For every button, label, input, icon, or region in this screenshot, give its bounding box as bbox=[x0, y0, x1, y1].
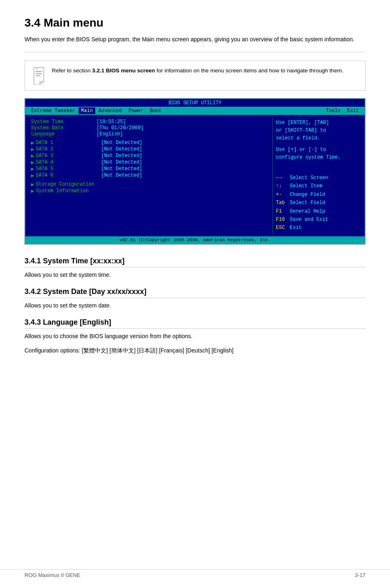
bios-key-updown: ↑↓ Select Item bbox=[276, 182, 359, 190]
bios-key-arrows: ←→ Select Screen bbox=[276, 174, 359, 182]
bios-sata1-value: [Not Detected] bbox=[101, 140, 142, 146]
note-bold: 3.2.1 BIOS menu screen bbox=[92, 67, 155, 74]
section-343-desc2: Configuration options: [繁體中文] [簡体中文] [日本… bbox=[25, 346, 365, 355]
bios-sata1-arrow: ▶ bbox=[31, 140, 34, 146]
bios-body: System Time [10:55:25] System Date [Thu … bbox=[25, 115, 365, 236]
bios-help-line1: Use [ENTER], [TAB] bbox=[276, 119, 359, 127]
bios-help-line3: select a field. bbox=[276, 135, 359, 142]
note-icon bbox=[31, 67, 46, 85]
divider bbox=[25, 52, 365, 52]
section-343-desc1: Allows you to choose the BIOS language v… bbox=[25, 332, 365, 341]
key-updown-desc: Select Item bbox=[290, 182, 322, 190]
bios-system-time-row: System Time [10:55:25] bbox=[31, 119, 269, 125]
section-341-desc: Allows you to set the system time. bbox=[25, 271, 365, 279]
footer-right: 3-17 bbox=[355, 572, 365, 578]
bios-header: BIOS SETUP UTILITY bbox=[25, 99, 365, 107]
bios-left-panel: System Time [10:55:25] System Date [Thu … bbox=[28, 117, 272, 234]
bios-menu-power[interactable]: Power bbox=[125, 108, 146, 114]
key-f10-desc: Save and Exit bbox=[290, 215, 328, 224]
bios-sata6-label: SATA 6 bbox=[36, 173, 101, 179]
bios-key-f1: F1 General Help bbox=[276, 207, 359, 215]
bios-system-time-value: [10:55:25] bbox=[96, 119, 126, 125]
bios-sysinfo-arrow: ▶ bbox=[31, 188, 34, 194]
bios-sata3-value: [Not Detected] bbox=[101, 153, 142, 159]
bios-key-f10: F10 Save and Exit bbox=[276, 215, 359, 224]
key-f1-name: F1 bbox=[276, 207, 288, 215]
bios-menu-tools[interactable]: Tools bbox=[323, 108, 344, 114]
bios-sysinfo-row[interactable]: ▶ System Information bbox=[31, 188, 269, 194]
bios-system-time-label: System Time bbox=[31, 119, 96, 125]
bios-menu-extreme-tweaker[interactable]: Extreme Tweaker bbox=[28, 108, 78, 114]
note-text: Refer to section 3.2.1 BIOS menu screen … bbox=[52, 67, 343, 75]
key-arrows-desc: Select Screen bbox=[290, 174, 328, 182]
bios-sata2-label: SATA 2 bbox=[36, 146, 101, 153]
section-343-heading: 3.4.3 Language [English] bbox=[25, 318, 365, 329]
section-342-desc: Allows you to set the system date. bbox=[25, 301, 365, 310]
bios-menu-boot[interactable]: Boot bbox=[146, 108, 165, 114]
page-title: 3.4 Main menu bbox=[25, 16, 365, 29]
bios-menu-advanced[interactable]: Advanced bbox=[95, 108, 126, 114]
bios-sata4-row: ▶ SATA 4 [Not Detected] bbox=[31, 159, 269, 166]
bios-help-line4: Use [+] or [-] to bbox=[276, 146, 359, 154]
note-box: Refer to section 3.2.1 BIOS menu screen … bbox=[25, 61, 365, 91]
key-tab-name: Tab bbox=[276, 199, 288, 207]
bios-language-label: Language bbox=[31, 131, 96, 137]
bios-sata5-value: [Not Detected] bbox=[101, 166, 142, 172]
bios-sata2-arrow: ▶ bbox=[31, 146, 34, 153]
key-f10-name: F10 bbox=[276, 215, 288, 224]
bios-sata3-arrow: ▶ bbox=[31, 153, 34, 159]
key-plusminus-desc: Change Field bbox=[290, 191, 325, 199]
bios-help-text: Use [ENTER], [TAB] or [SHIFT-TAB] to sel… bbox=[276, 119, 359, 162]
bios-storage-label: Storage Coniguration bbox=[36, 182, 101, 188]
bios-sata3-row: ▶ SATA 3 [Not Detected] bbox=[31, 153, 269, 159]
bios-sata1-row: ▶ SATA 1 [Not Detected] bbox=[31, 140, 269, 146]
bios-key-esc: ESC Exit bbox=[276, 224, 359, 232]
bios-sata6-arrow: ▶ bbox=[31, 173, 34, 179]
key-arrows-name: ←→ bbox=[276, 174, 288, 182]
key-updown-name: ↑↓ bbox=[276, 182, 288, 190]
bios-sata6-value: [Not Detected] bbox=[101, 173, 142, 179]
section-342-heading: 3.4.2 System Date [Day xx/xx/xxxx] bbox=[25, 287, 365, 298]
bios-sata5-row: ▶ SATA 5 [Not Detected] bbox=[31, 166, 269, 172]
bios-sata2-value: [Not Detected] bbox=[101, 146, 142, 153]
bios-keys-block: ←→ Select Screen ↑↓ Select Item +- Chang… bbox=[276, 174, 359, 232]
bios-sysinfo-label: System Information bbox=[36, 188, 101, 194]
bios-sata6-row: ▶ SATA 6 [Not Detected] bbox=[31, 173, 269, 179]
bios-help-line5: configure system Time. bbox=[276, 154, 359, 162]
key-esc-name: ESC bbox=[276, 224, 288, 232]
bios-sata3-label: SATA 3 bbox=[36, 153, 101, 159]
bios-sata2-row: ▶ SATA 2 [Not Detected] bbox=[31, 146, 269, 153]
bios-sata4-value: [Not Detected] bbox=[101, 159, 142, 166]
bios-storage-arrow: ▶ bbox=[31, 182, 34, 188]
page-footer: ROG Maximus II GENE 3-17 bbox=[0, 569, 390, 578]
bios-right-panel: Use [ENTER], [TAB] or [SHIFT-TAB] to sel… bbox=[272, 117, 362, 234]
bios-sata4-label: SATA 4 bbox=[36, 159, 101, 166]
bios-key-plusminus: +- Change Field bbox=[276, 191, 359, 199]
bios-system-date-label: System Date bbox=[31, 125, 96, 131]
bios-footer: v02.61 (C)Copyright 1985-2009, American … bbox=[25, 236, 365, 244]
bios-language-value: [English] bbox=[96, 131, 123, 137]
bios-menu-exit[interactable]: Exit bbox=[344, 108, 362, 114]
bios-storage-row[interactable]: ▶ Storage Coniguration bbox=[31, 182, 269, 188]
bios-menu-bar: Extreme Tweaker Main Advanced Power Boot… bbox=[25, 107, 365, 115]
bios-language-row: Language [English] bbox=[31, 131, 269, 137]
bios-system-date-row: System Date [Thu 01/20/2009] bbox=[31, 125, 269, 131]
key-plusminus-name: +- bbox=[276, 191, 288, 199]
key-f1-desc: General Help bbox=[290, 207, 325, 215]
section-341-heading: 3.4.1 System Time [xx:xx:xx] bbox=[25, 257, 365, 267]
key-tab-desc: Select Field bbox=[290, 199, 325, 207]
bios-screen: BIOS SETUP UTILITY Extreme Tweaker Main … bbox=[25, 98, 365, 245]
footer-left: ROG Maximus II GENE bbox=[25, 572, 81, 578]
bios-sata5-label: SATA 5 bbox=[36, 166, 101, 172]
bios-menu-main[interactable]: Main bbox=[78, 108, 95, 114]
key-esc-desc: Exit bbox=[290, 224, 302, 232]
bios-sata5-arrow: ▶ bbox=[31, 166, 34, 172]
page-intro: When you enter the BIOS Setup program, t… bbox=[25, 35, 365, 44]
bios-sata1-label: SATA 1 bbox=[36, 140, 101, 146]
bios-key-tab: Tab Select Field bbox=[276, 199, 359, 207]
bios-system-date-value: [Thu 01/20/2009] bbox=[96, 125, 143, 131]
bios-sata4-arrow: ▶ bbox=[31, 159, 34, 166]
bios-help-line2: or [SHIFT-TAB] to bbox=[276, 127, 359, 135]
